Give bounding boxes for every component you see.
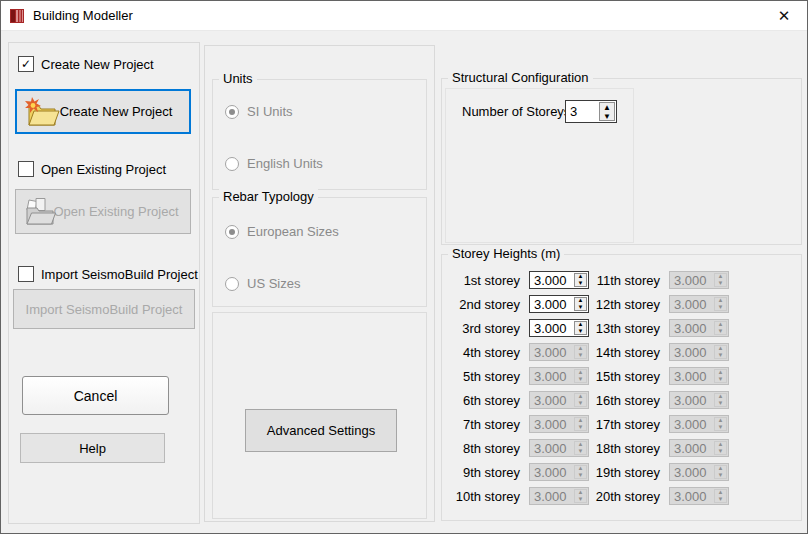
spinner-up-icon: ▲ [718,417,724,424]
storey-height-spinner: 3.000▲▼ [529,463,589,481]
radio-english-units[interactable]: English Units [225,156,323,171]
structural-configuration-label: Structural Configuration [448,70,593,85]
storey-height-spinner: 3.000▲▼ [529,343,589,361]
storey-heights-label: Storey Heights (m) [448,246,564,261]
structural-configuration-group: Structural Configuration Number of Store… [441,78,802,245]
spinner-down-icon: ▼ [718,400,724,407]
import-seismobuild-checkbox-row[interactable]: Import SeismoBuild Project [18,266,198,282]
number-of-storeys-value[interactable]: 3 [566,101,598,122]
storey-label: 1st storey [446,273,520,288]
radio-si-units[interactable]: SI Units [225,104,293,119]
spinner-down-icon: ▼ [718,352,724,359]
spinner-down-icon[interactable]: ▼ [578,328,584,335]
spinner-up-icon[interactable]: ▲ [603,103,611,112]
checkbox-label: Import SeismoBuild Project [41,267,198,282]
storey-row: 5th storey3.000▲▼ [446,364,589,388]
spinner-up-icon[interactable]: ▲ [578,273,584,280]
spinner-down-icon: ▼ [718,304,724,311]
storey-height-spinner: 3.000▲▼ [529,367,589,385]
spinner-down-icon: ▼ [578,376,584,383]
storey-height-spinner[interactable]: 3.000▲▼ [529,319,589,337]
storey-height-spinner[interactable]: 3.000▲▼ [529,271,589,289]
spinner-down-icon: ▼ [718,496,724,503]
storey-label: 12th storey [586,297,660,312]
number-of-storeys-spinner[interactable]: 3 ▲ ▼ [565,100,617,123]
spinner-up-icon: ▲ [578,417,584,424]
titlebar: Building Modeller ✕ [1,1,807,31]
spinner-down-icon: ▼ [718,328,724,335]
storey-row: 1st storey3.000▲▼ [446,268,589,292]
storey-height-value: 3.000 [530,464,573,480]
spinner-down-icon: ▼ [578,400,584,407]
storey-row: 14th storey3.000▲▼ [586,340,729,364]
advanced-settings-section: Advanced Settings [212,312,427,519]
building-modeller-dialog: Building Modeller ✕ ✓ Create New Project… [0,0,808,534]
spinner-up-icon: ▲ [718,297,724,304]
storey-row: 6th storey3.000▲▼ [446,388,589,412]
spinner-arrows[interactable]: ▲ ▼ [599,102,615,121]
cancel-button[interactable]: Cancel [22,376,169,415]
checkbox-label: Open Existing Project [41,162,166,177]
spinner-up-icon[interactable]: ▲ [578,321,584,328]
spinner-up-icon: ▲ [578,465,584,472]
storey-heights-group: Storey Heights (m) 1st storey3.000▲▼2nd … [441,254,802,521]
radio-icon[interactable] [225,105,239,119]
radio-icon[interactable] [225,277,239,291]
create-new-project-button[interactable]: Create New Project [15,89,191,134]
storey-label: 16th storey [586,393,660,408]
button-label: Advanced Settings [267,423,375,438]
checkbox-icon[interactable]: ✓ [18,56,34,72]
storey-label: 4th storey [446,345,520,360]
checkbox-icon[interactable] [18,161,34,177]
button-label: Import SeismoBuild Project [26,302,183,317]
spinner-down-icon[interactable]: ▼ [578,304,584,311]
button-label: Cancel [74,388,118,404]
close-button[interactable]: ✕ [761,1,807,30]
storey-height-spinner: 3.000▲▼ [669,487,729,505]
storey-height-value: 3.000 [530,320,573,336]
spinner-down-icon[interactable]: ▼ [603,112,611,121]
spinner-down-icon: ▼ [718,472,724,479]
storey-row: 4th storey3.000▲▼ [446,340,589,364]
units-group: Units SI Units English Units [212,79,427,190]
storey-label: 13th storey [586,321,660,336]
storey-label: 10th storey [446,489,520,504]
spinner-up-icon[interactable]: ▲ [578,297,584,304]
app-logo-icon [9,8,25,24]
open-existing-project-checkbox-row[interactable]: Open Existing Project [18,161,166,177]
advanced-settings-button[interactable]: Advanced Settings [245,409,397,452]
spinner-arrows: ▲▼ [714,273,727,287]
checkbox-icon[interactable] [18,266,34,282]
spinner-up-icon: ▲ [718,441,724,448]
storey-label: 19th storey [586,465,660,480]
spinner-up-icon: ▲ [578,393,584,400]
units-group-label: Units [219,71,257,86]
storey-height-spinner[interactable]: 3.000▲▼ [529,295,589,313]
storey-row: 20th storey3.000▲▼ [586,484,729,508]
spinner-down-icon[interactable]: ▼ [578,280,584,287]
storey-row: 12th storey3.000▲▼ [586,292,729,316]
rebar-typology-group: Rebar Typology European Sizes US Sizes [212,197,427,307]
help-button[interactable]: Help [20,433,165,463]
create-new-project-checkbox-row[interactable]: ✓ Create New Project [18,56,154,72]
spinner-arrows: ▲▼ [714,393,727,407]
storey-height-value: 3.000 [530,416,573,432]
spinner-down-icon: ▼ [578,496,584,503]
radio-european-sizes[interactable]: European Sizes [225,224,339,239]
storey-label: 17th storey [586,417,660,432]
storey-height-value: 3.000 [530,272,573,288]
radio-icon[interactable] [225,225,239,239]
storey-label: 3rd storey [446,321,520,336]
new-folder-icon [24,96,60,128]
storey-label: 7th storey [446,417,520,432]
storey-row: 9th storey3.000▲▼ [446,460,589,484]
spinner-up-icon: ▲ [578,489,584,496]
radio-us-sizes[interactable]: US Sizes [225,276,300,291]
storey-height-value: 3.000 [670,296,713,312]
spinner-down-icon: ▼ [718,424,724,431]
spinner-up-icon: ▲ [718,273,724,280]
rebar-typology-group-label: Rebar Typology [219,189,318,204]
radio-icon[interactable] [225,157,239,171]
storey-height-value: 3.000 [670,488,713,504]
spinner-up-icon: ▲ [718,345,724,352]
